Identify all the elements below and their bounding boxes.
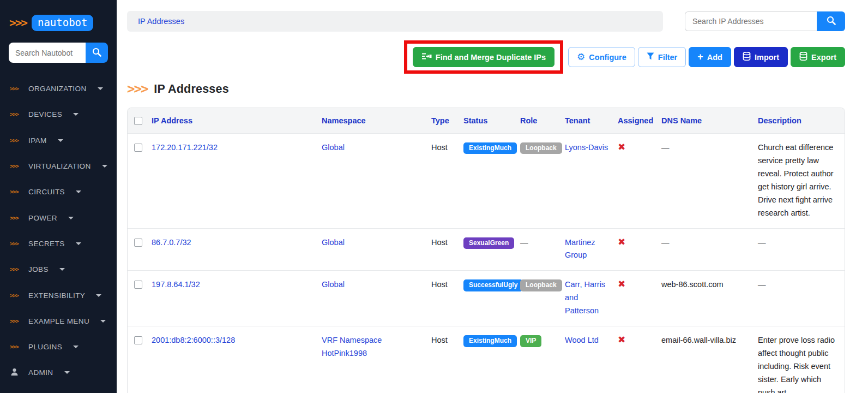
export-button[interactable]: Export	[791, 47, 845, 67]
add-label: Add	[707, 53, 722, 62]
table-header-row: IP Address Namespace Type Status Role Te…	[128, 108, 845, 134]
row-checkbox[interactable]	[134, 239, 142, 247]
item-chevrons-icon: >>>	[10, 240, 22, 247]
sidebar-item-label: SECRETS	[28, 240, 65, 248]
sidebar-item-label: EXAMPLE MENU	[28, 317, 89, 325]
sidebar-item-virtualization[interactable]: >>>VIRTUALIZATION	[0, 153, 117, 179]
sidebar-item-label: VIRTUALIZATION	[28, 162, 91, 170]
item-chevrons-icon: >>>	[10, 292, 22, 299]
sidebar-item-admin[interactable]: ADMIN	[0, 360, 117, 385]
column-header-assigned[interactable]: Assigned	[618, 108, 661, 134]
column-header-role[interactable]: Role	[520, 108, 565, 134]
item-chevrons-icon: >>>	[10, 137, 22, 144]
sidebar-item-extensibility[interactable]: >>>EXTENSIBILITY	[0, 282, 117, 308]
item-chevrons-icon: >>>	[10, 266, 22, 273]
breadcrumb: IP Addresses	[127, 11, 663, 32]
sidebar-item-plugins[interactable]: >>>PLUGINS	[0, 334, 117, 360]
status-badge[interactable]: ExistingMuch	[463, 335, 517, 347]
namespace-link[interactable]: Global	[322, 280, 345, 289]
role-badge[interactable]: Loopback	[520, 279, 562, 291]
sidebar-item-label: IPAM	[28, 136, 47, 145]
caret-down-icon	[76, 242, 81, 245]
column-header-tenant[interactable]: Tenant	[565, 108, 618, 134]
sidebar-item-power[interactable]: >>>POWER	[0, 205, 117, 230]
item-chevrons-icon: >>>	[10, 163, 22, 170]
caret-down-icon	[59, 268, 65, 271]
main-content: IP Addresses Find and Merge Duplicate IP…	[117, 0, 868, 393]
tenant-link[interactable]: Lyons-Davis	[565, 143, 608, 152]
namespace-link[interactable]: VRF Namespace HotPink1998	[322, 336, 382, 358]
database-icon	[799, 52, 807, 62]
dns-name-value: —	[661, 143, 670, 152]
filter-icon	[647, 52, 654, 62]
object-search	[685, 11, 845, 31]
sidebar-item-devices[interactable]: >>>DEVICES	[0, 102, 117, 127]
role-badge[interactable]: VIP	[520, 335, 541, 347]
add-button[interactable]: + Add	[689, 47, 731, 67]
configure-button[interactable]: ⚙ Configure	[568, 47, 635, 67]
tenant-link[interactable]: Carr, Harris and Patterson	[565, 280, 605, 315]
ip-address-link[interactable]: 172.20.171.221/32	[152, 143, 218, 152]
tenant-link[interactable]: Martinez Group	[565, 238, 595, 260]
row-checkbox[interactable]	[134, 336, 142, 344]
sidebar-item-label: PLUGINS	[28, 343, 62, 351]
ip-address-link[interactable]: 86.7.0.7/32	[152, 238, 191, 247]
role-cell: Loopback	[520, 271, 565, 326]
column-header-ip-address[interactable]: IP Address	[152, 108, 322, 134]
find-merge-duplicate-ips-button[interactable]: Find and Merge Duplicate IPs	[413, 47, 554, 67]
configure-label: Configure	[589, 53, 626, 62]
role-badge[interactable]: Loopback	[520, 142, 562, 154]
brand[interactable]: >>> nautobot	[0, 0, 117, 31]
sidebar-item-label: ORGANIZATION	[28, 85, 87, 93]
namespace-link[interactable]: Global	[322, 238, 345, 247]
object-search-input[interactable]	[685, 11, 817, 31]
caret-down-icon	[64, 371, 70, 374]
sidebar-item-label: EXTENSIBILITY	[28, 291, 85, 300]
highlight-rectangle: Find and Merge Duplicate IPs	[404, 40, 563, 74]
status-badge[interactable]: ExistingMuch	[463, 142, 517, 154]
caret-down-icon	[58, 139, 63, 142]
object-search-button[interactable]	[817, 11, 845, 31]
filter-button[interactable]: Filter	[638, 47, 686, 67]
status-badge[interactable]: SexualGreen	[463, 237, 514, 249]
nautobot-logo[interactable]: nautobot	[32, 15, 94, 31]
select-all-checkbox[interactable]	[134, 117, 142, 125]
row-checkbox[interactable]	[134, 281, 142, 289]
export-label: Export	[811, 53, 836, 62]
sidebar-item-circuits[interactable]: >>>CIRCUITS	[0, 179, 117, 205]
title-chevrons-icon: >>>	[127, 81, 147, 97]
breadcrumb-link[interactable]: IP Addresses	[138, 17, 184, 26]
column-header-description[interactable]: Description	[758, 108, 845, 134]
column-header-type[interactable]: Type	[431, 108, 463, 134]
database-icon	[743, 52, 751, 62]
type-value: Host	[431, 280, 448, 289]
sidebar-search-input[interactable]	[9, 43, 86, 63]
type-value: Host	[431, 238, 448, 247]
sidebar-search-button[interactable]	[86, 43, 108, 63]
column-header-namespace[interactable]: Namespace	[322, 108, 431, 134]
sidebar-search	[9, 43, 108, 63]
table-body: 172.20.171.221/32 Global Host ExistingMu…	[128, 134, 845, 393]
caret-down-icon	[98, 87, 103, 90]
row-checkbox[interactable]	[134, 144, 142, 152]
table-row: 197.8.64.1/32 Global Host SuccessfulUgly…	[128, 271, 845, 326]
sidebar-item-label: JOBS	[28, 265, 49, 273]
tenant-link[interactable]: Wood Ltd	[565, 336, 599, 344]
column-header-dns-name[interactable]: DNS Name	[661, 108, 758, 134]
item-chevrons-icon: >>>	[10, 85, 22, 92]
ip-address-link[interactable]: 197.8.64.1/32	[152, 280, 200, 289]
role-cell: Loopback	[520, 134, 565, 229]
sidebar-item-ipam[interactable]: >>>IPAM	[0, 128, 117, 153]
import-button[interactable]: Import	[734, 47, 788, 67]
sidebar-item-organization[interactable]: >>>ORGANIZATION	[0, 76, 117, 102]
role-cell: VIP	[520, 326, 565, 393]
sidebar-item-example-menu[interactable]: >>>EXAMPLE MENU	[0, 308, 117, 334]
ip-address-link[interactable]: 2001:db8:2:6000::3/128	[152, 336, 235, 344]
status-badge[interactable]: SuccessfulUgly	[463, 279, 523, 291]
sidebar-item-jobs[interactable]: >>>JOBS	[0, 257, 117, 282]
dns-name-value: email-66.wall-villa.biz	[661, 336, 736, 344]
column-header-status[interactable]: Status	[463, 108, 520, 134]
namespace-link[interactable]: Global	[322, 143, 345, 152]
merge-icon	[421, 52, 432, 62]
sidebar-item-secrets[interactable]: >>>SECRETS	[0, 231, 117, 257]
